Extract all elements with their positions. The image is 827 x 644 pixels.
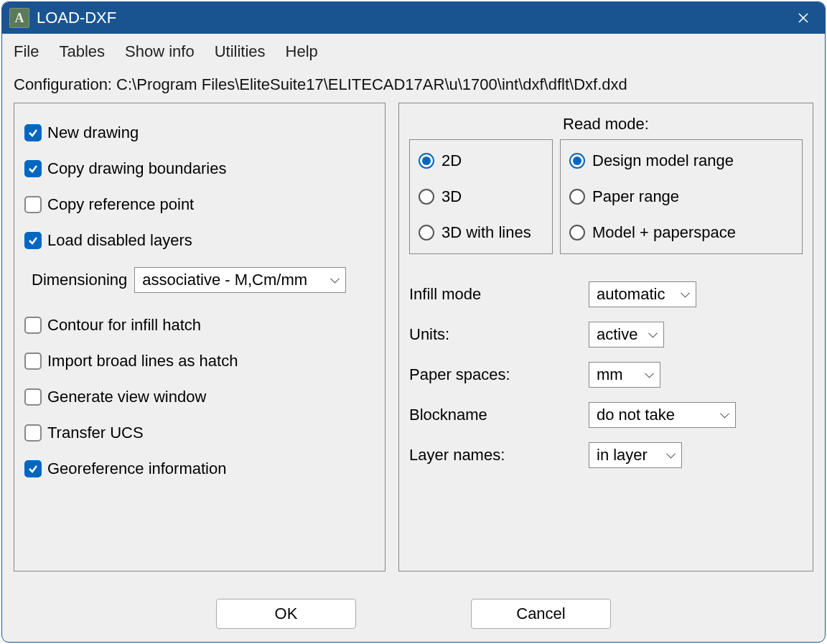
radio-label-2d: 2D — [441, 151, 462, 170]
label-dimensioning: Dimensioning — [32, 271, 127, 289]
radio-icon — [419, 189, 434, 205]
select-paper-spaces[interactable]: mm — [589, 362, 660, 388]
label-new-drawing: New drawing — [47, 123, 139, 142]
select-layer-names[interactable]: in layer — [589, 442, 682, 468]
checkbox-contour-infill[interactable] — [24, 317, 42, 334]
checkbox-georeference[interactable] — [24, 460, 42, 477]
close-button[interactable] — [789, 4, 818, 32]
checkbox-load-disabled-layers[interactable] — [24, 232, 42, 249]
left-panel: New drawing Copy drawing boundaries Copy… — [14, 103, 386, 571]
checkbox-transfer-ucs[interactable] — [24, 424, 42, 442]
radio-3d[interactable]: 3D — [419, 179, 543, 215]
label-import-broad-lines: Import broad lines as hatch — [47, 352, 238, 370]
radio-group-range: Design model range Paper range Model + p… — [560, 139, 803, 254]
dialog-title: LOAD-DXF — [37, 9, 789, 27]
label-generate-view-window: Generate view window — [47, 388, 206, 406]
checkbox-copy-boundaries[interactable] — [24, 160, 42, 177]
label-layer-names: Layer names: — [409, 446, 589, 465]
radio-2d[interactable]: 2D — [419, 143, 543, 179]
menubar: File Tables Show info Utilities Help — [2, 34, 825, 70]
app-icon: A — [9, 8, 29, 28]
label-units: Units: — [409, 325, 589, 344]
configuration-label: Configuration: — [14, 75, 112, 93]
radio-icon — [569, 189, 585, 205]
radio-label-paper: Paper range — [592, 187, 679, 206]
radio-icon — [569, 225, 585, 241]
checkbox-generate-view-window[interactable] — [24, 388, 42, 406]
radio-design-range[interactable]: Design model range — [569, 143, 793, 179]
menu-utilities[interactable]: Utilities — [215, 42, 266, 61]
close-icon — [798, 12, 809, 24]
radio-label-model-paperspace: Model + paperspace — [592, 223, 736, 242]
label-infill-mode: Infill mode — [409, 285, 589, 304]
configuration-path: C:\Program Files\EliteSuite17\ELITECAD17… — [116, 75, 627, 93]
titlebar: A LOAD-DXF — [2, 2, 825, 34]
menu-tables[interactable]: Tables — [59, 42, 105, 61]
select-blockname[interactable]: do not take — [589, 402, 736, 428]
label-copy-ref-point: Copy reference point — [47, 195, 194, 214]
checkbox-new-drawing[interactable] — [24, 124, 42, 141]
label-copy-boundaries: Copy drawing boundaries — [47, 159, 227, 178]
menu-help[interactable]: Help — [286, 42, 318, 61]
label-load-disabled-layers: Load disabled layers — [47, 231, 192, 250]
button-row: OK Cancel — [2, 579, 825, 642]
label-paper-spaces: Paper spaces: — [409, 365, 589, 384]
configuration-row: Configuration: C:\Program Files\EliteSui… — [2, 70, 825, 103]
dialog-window: A LOAD-DXF File Tables Show info Utiliti… — [1, 1, 826, 643]
select-infill-mode[interactable]: automatic — [589, 281, 696, 307]
cancel-button[interactable]: Cancel — [471, 599, 611, 629]
menu-file[interactable]: File — [14, 42, 39, 61]
select-units[interactable]: active — [589, 322, 664, 347]
radio-model-paperspace[interactable]: Model + paperspace — [569, 215, 793, 251]
radio-icon — [419, 153, 434, 169]
radio-3d-lines[interactable]: 3D with lines — [419, 215, 543, 251]
radio-label-3d-lines: 3D with lines — [441, 223, 531, 242]
right-panel: Read mode: 2D 3D 3D with lines — [398, 103, 813, 571]
label-blockname: Blockname — [409, 406, 589, 424]
radio-group-dimension: 2D 3D 3D with lines — [409, 139, 553, 254]
checkbox-copy-ref-point[interactable] — [24, 196, 42, 213]
menu-show-info[interactable]: Show info — [125, 42, 195, 61]
checkbox-import-broad-lines[interactable] — [24, 353, 42, 370]
select-dimensioning[interactable]: associative - M,Cm/mm — [134, 267, 346, 293]
radio-label-design: Design model range — [592, 151, 734, 170]
ok-button[interactable]: OK — [216, 599, 356, 629]
radio-icon — [569, 153, 585, 169]
label-georeference: Georeference information — [47, 459, 226, 478]
label-contour-infill: Contour for infill hatch — [47, 316, 201, 335]
read-mode-title: Read mode: — [409, 115, 803, 139]
radio-paper-range[interactable]: Paper range — [569, 179, 793, 215]
label-transfer-ucs: Transfer UCS — [47, 424, 144, 442]
content-area: New drawing Copy drawing boundaries Copy… — [2, 103, 825, 579]
radio-label-3d: 3D — [441, 187, 462, 206]
radio-icon — [419, 225, 434, 241]
